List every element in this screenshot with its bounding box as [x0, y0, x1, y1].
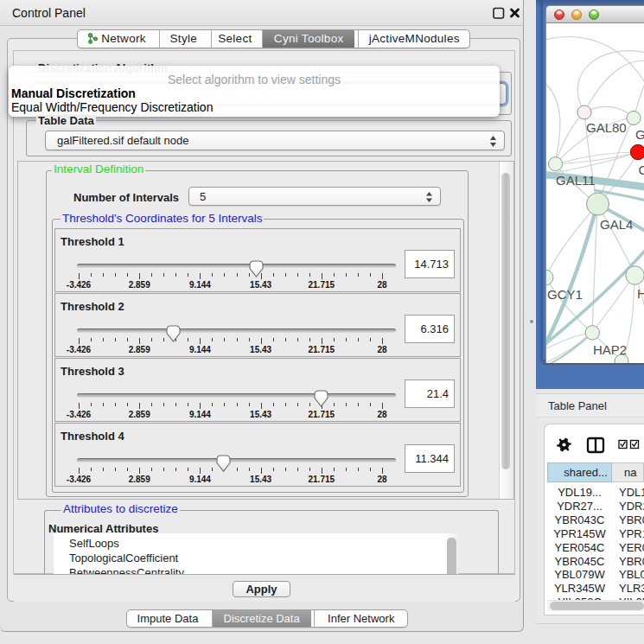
svg-text:C: C [639, 163, 644, 177]
svg-text:GAL4: GAL4 [600, 217, 633, 232]
svg-text:GAL11: GAL11 [556, 173, 596, 188]
svg-text:HAP2: HAP2 [593, 342, 627, 357]
svg-text:H: H [637, 286, 644, 301]
svg-text:GCY1: GCY1 [547, 287, 583, 302]
svg-text:GAL80: GAL80 [586, 120, 627, 135]
svg-text:GA: GA [635, 127, 644, 142]
